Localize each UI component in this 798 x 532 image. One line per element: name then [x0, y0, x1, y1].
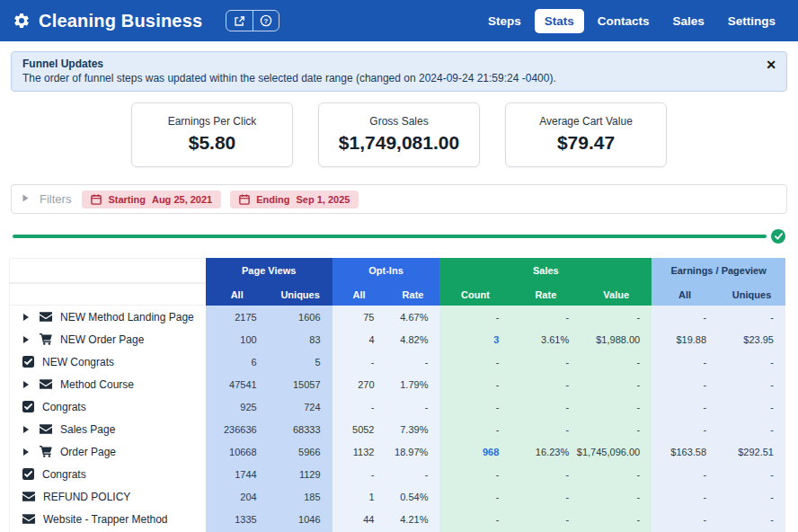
- group-earnings-pageview: Earnings / Pageview: [652, 258, 785, 283]
- cart-icon: [40, 333, 52, 345]
- cell-opt-rate: 4.82%: [386, 328, 440, 350]
- table-row: Sales Page 236636 68333 5052 7.39% - - -…: [10, 418, 785, 440]
- step-name[interactable]: Order Page: [60, 446, 116, 458]
- tab-sales[interactable]: Sales: [662, 9, 714, 33]
- cell-pv-uniques: 1129: [269, 463, 332, 485]
- cell-pv-uniques: 1046: [269, 508, 332, 530]
- expand-caret-icon[interactable]: [22, 380, 31, 389]
- group-opt-ins: Opt-Ins: [332, 258, 440, 283]
- step-name[interactable]: Congrats: [42, 468, 86, 481]
- cell-sales-value: -: [581, 373, 652, 395]
- cell-earn-all: -: [652, 418, 718, 440]
- cell-sales-count-link[interactable]: 3: [439, 328, 510, 350]
- envelope-icon: [40, 312, 52, 322]
- cell-pv-all: 100: [206, 328, 269, 350]
- step-name[interactable]: Website - Trapper Method: [43, 513, 168, 526]
- cell-earn-all: -: [652, 306, 718, 328]
- navbar-tabs: Steps Stats Contacts Sales Settings: [478, 9, 785, 33]
- cell-sales-rate: -: [510, 463, 581, 485]
- group-page-views: Page Views: [206, 258, 332, 283]
- cell-pv-all: 2175: [206, 306, 269, 328]
- cell-sales-rate: -: [510, 395, 581, 418]
- ending-date-badge[interactable]: Ending Sep 1, 2025: [230, 191, 359, 208]
- table-row: Website - Trapper Method 1335 1046 44 4.…: [10, 508, 785, 530]
- step-name[interactable]: Method Course: [60, 378, 134, 391]
- cell-opt-rate: -: [386, 463, 440, 485]
- calendar-icon: [239, 194, 250, 205]
- step-name-cell: Sales Page: [10, 418, 206, 440]
- alert-title: Funnel Updates: [22, 58, 759, 70]
- cell-opt-all: 44: [332, 508, 386, 530]
- table-row: Method Course 47541 15057 270 1.79% - - …: [10, 373, 785, 395]
- starting-date-badge[interactable]: Starting Aug 25, 2021: [82, 191, 221, 208]
- tab-settings[interactable]: Settings: [718, 9, 785, 33]
- cell-sales-rate: -: [510, 306, 581, 328]
- load-progress: [13, 229, 785, 244]
- cell-sales-count: -: [439, 508, 510, 530]
- cell-earn-all: $19.88: [652, 328, 718, 350]
- tab-contacts[interactable]: Contacts: [588, 9, 660, 33]
- cell-opt-rate: -: [386, 395, 440, 418]
- expand-caret-icon[interactable]: [22, 335, 31, 344]
- cell-sales-value: $1,988.00: [581, 328, 652, 350]
- cell-sales-rate: 16.23%: [510, 440, 581, 463]
- cell-pv-uniques: 5966: [269, 440, 332, 463]
- app-title: Cleaning Business: [39, 11, 202, 31]
- cell-sales-value: -: [581, 508, 652, 530]
- step-name[interactable]: NEW Order Page: [60, 333, 144, 346]
- help-icon[interactable]: ?: [253, 11, 279, 31]
- step-name[interactable]: NEW Method Landing Page: [60, 311, 194, 324]
- table-row: Order Page 10668 5966 1132 18.97% 968 16…: [10, 440, 785, 463]
- cell-earn-uniques: -: [718, 508, 785, 530]
- step-name[interactable]: Congrats: [42, 401, 86, 413]
- close-icon[interactable]: ✕: [766, 58, 776, 71]
- envelope-icon: [22, 492, 35, 501]
- tab-steps[interactable]: Steps: [478, 9, 531, 33]
- cell-pv-all: 925: [206, 395, 269, 418]
- cell-sales-count-link[interactable]: 968: [439, 440, 510, 463]
- cell-sales-rate: -: [510, 373, 581, 395]
- cell-pv-all: 204: [206, 485, 269, 508]
- cell-sales-rate: -: [510, 508, 581, 530]
- step-name[interactable]: Sales Page: [60, 423, 115, 436]
- table-row: Congrats 925 724 - - - - - - -: [10, 395, 785, 418]
- cell-pv-uniques: 5: [269, 350, 332, 373]
- step-name[interactable]: NEW Congrats: [42, 356, 114, 368]
- external-link-icon[interactable]: [226, 11, 253, 31]
- step-name[interactable]: REFUND POLICY: [43, 491, 130, 503]
- top-navbar: Cleaning Business ? Steps Stats Contacts…: [0, 0, 798, 41]
- table-row: NEW Congrats 6 5 - - - - - - -: [10, 350, 785, 373]
- cell-opt-all: -: [332, 395, 386, 418]
- cell-earn-all: -: [652, 485, 718, 508]
- expand-caret-icon[interactable]: [22, 313, 31, 322]
- cell-pv-all: 47541: [206, 373, 269, 395]
- envelope-icon: [40, 379, 52, 389]
- table-row: REFUND POLICY 204 185 1 0.54% - - - - -: [10, 485, 785, 508]
- expand-caret-icon[interactable]: [22, 425, 31, 434]
- step-name-cell: Method Course: [10, 373, 206, 395]
- stat-label: Gross Sales: [326, 115, 472, 128]
- cell-sales-value: -: [581, 418, 652, 440]
- checkbox-icon: [22, 468, 34, 480]
- col-sales-value: Value: [581, 283, 652, 306]
- filters-expand-caret-icon[interactable]: [22, 194, 29, 204]
- cell-sales-value: -: [581, 350, 652, 373]
- cell-pv-all: 1744: [206, 463, 269, 485]
- cell-earn-all: -: [652, 463, 718, 485]
- cell-sales-rate: -: [510, 418, 581, 440]
- cell-earn-all: -: [652, 395, 718, 418]
- cell-earn-uniques: $292.51: [718, 440, 785, 463]
- cell-earn-uniques: -: [718, 463, 785, 485]
- cell-opt-all: -: [332, 350, 386, 373]
- stat-card-gross-sales: Gross Sales $1,749,081.00: [318, 102, 480, 167]
- badge-name: Starting: [108, 194, 146, 205]
- stat-value: $1,749,081.00: [326, 132, 472, 154]
- cell-pv-all: 6: [206, 350, 269, 373]
- cell-opt-all: -: [332, 463, 386, 485]
- expand-caret-icon[interactable]: [22, 448, 31, 457]
- cell-earn-uniques: -: [718, 373, 785, 395]
- calendar-icon: [91, 194, 102, 205]
- cell-earn-uniques: -: [718, 418, 785, 440]
- badge-value: Sep 1, 2025: [297, 194, 350, 205]
- tab-stats[interactable]: Stats: [535, 9, 584, 33]
